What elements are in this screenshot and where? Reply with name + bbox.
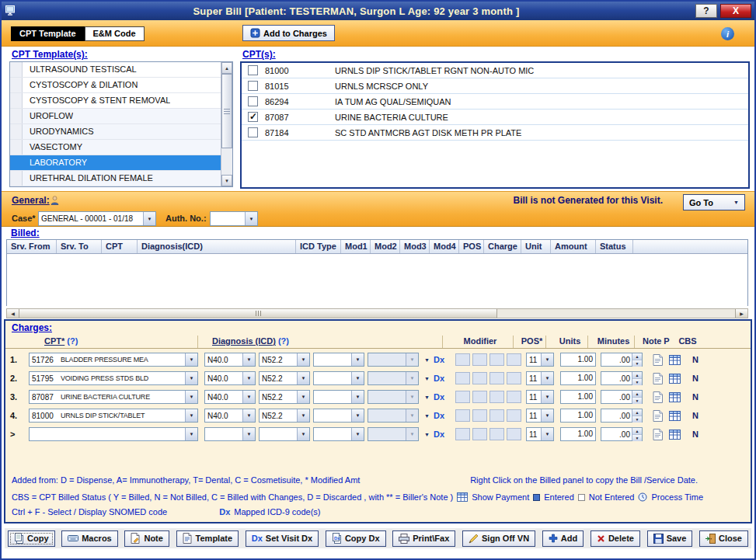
billed-col-cpt[interactable]: CPT	[102, 240, 138, 253]
dropdown-arrow-icon[interactable]: ▼	[297, 372, 309, 384]
info-icon[interactable]: i	[721, 27, 734, 40]
billed-col-amount[interactable]: Amount	[551, 240, 596, 253]
modifier-field-3[interactable]	[489, 353, 504, 366]
modifier-field-3[interactable]	[489, 391, 504, 403]
diagnosis-combo-2[interactable]: N52.2▼	[259, 353, 310, 367]
cpt-combo[interactable]: 51795 VOIDING PRESS STDS BLD ▼	[29, 371, 198, 385]
tab-cpt-template[interactable]: CPT Template	[11, 26, 85, 41]
button-print-fax[interactable]: Print\Fax	[392, 530, 455, 547]
scrollbar-track[interactable]	[497, 309, 735, 318]
modifier-field-3[interactable]	[489, 372, 504, 384]
units-field[interactable]: 1.00	[560, 427, 596, 441]
dropdown-arrow-icon[interactable]: ▼	[242, 428, 255, 440]
billed-col-mod3[interactable]: Mod3	[400, 240, 430, 253]
note-icon[interactable]	[650, 354, 664, 366]
cpt-combo[interactable]: ▼	[29, 427, 198, 441]
dropdown-arrow-icon[interactable]: ▼	[351, 353, 364, 366]
dropdown-arrow-icon[interactable]: ▼	[351, 372, 364, 384]
cpt-template-item[interactable]: CYSTOSCOPY & DILATION	[10, 78, 232, 93]
horizontal-scrollbar[interactable]: ◀ ▶	[6, 308, 748, 318]
modifier-field-4[interactable]	[507, 409, 521, 422]
modifier-field-2[interactable]	[472, 391, 487, 403]
tab-em-code[interactable]: E&M Code	[85, 26, 145, 41]
spin-down-icon[interactable]: ▼	[632, 398, 642, 404]
dropdown-arrow-icon[interactable]: ▼	[185, 391, 197, 403]
scroll-right-icon[interactable]: ▶	[735, 309, 747, 318]
diagnosis-combo-4[interactable]: ▼	[368, 390, 419, 404]
billed-col-unit[interactable]: Unit	[521, 240, 551, 253]
dx-link[interactable]: Dx	[434, 374, 451, 383]
modifier-field-4[interactable]	[507, 372, 521, 384]
cpt-item[interactable]: 81000URNLS DIP STICK/TABLET RGNT NON-AUT…	[242, 63, 748, 78]
button-delete[interactable]: Delete	[591, 530, 640, 547]
minutes-stepper[interactable]: .00 ▲▼	[601, 427, 643, 441]
payment-grid-icon[interactable]	[667, 374, 681, 384]
spin-up-icon[interactable]: ▲	[632, 428, 642, 435]
dropdown-arrow-icon[interactable]: ▼	[406, 353, 418, 366]
diagnosis-help-link[interactable]: (?)	[278, 336, 289, 346]
cpt-template-item[interactable]: UROFLOW	[10, 109, 232, 124]
modifier-field-1[interactable]	[455, 391, 470, 403]
dropdown-arrow-icon[interactable]: ▼	[297, 391, 309, 403]
spin-down-icon[interactable]: ▼	[632, 379, 642, 385]
cpt-item[interactable]: 86294IA TUM AG QUAL/SEMIQUAN	[242, 94, 748, 110]
dropdown-arrow-icon[interactable]: ▼	[242, 409, 255, 422]
button-close[interactable]: Close	[699, 530, 748, 547]
pos-combo[interactable]: 11▼	[526, 371, 554, 385]
cpt-combo[interactable]: 87087 URINE BACTERIA CULTURE ▼	[29, 390, 198, 404]
dropdown-arrow-icon[interactable]: ▼	[406, 409, 418, 422]
pos-combo[interactable]: 11▼	[526, 427, 554, 441]
button-sign-off-vn[interactable]: Sign Off VN	[462, 530, 535, 547]
billed-col-srv-to[interactable]: Srv. To	[57, 240, 102, 253]
cpt-template-item[interactable]: URETHRAL DILATION FEMALE	[10, 171, 232, 186]
button-copy-dx[interactable]: DxCopy Dx	[326, 530, 386, 547]
dropdown-arrow-icon[interactable]: ▼	[242, 372, 255, 384]
billed-col-status[interactable]: Status	[596, 240, 633, 253]
modifier-field-2[interactable]	[472, 353, 487, 366]
button-note[interactable]: Note	[124, 530, 169, 547]
dropdown-arrow-icon[interactable]: ▼	[185, 372, 197, 384]
cpt-template-item[interactable]: LABORATORY	[10, 155, 232, 171]
cpt-template-item[interactable]: URODYNAMICS	[10, 124, 232, 140]
billed-col-srv-from[interactable]: Srv. From	[7, 240, 57, 253]
diagnosis-combo-1[interactable]: N40.0▼	[204, 353, 256, 367]
button-macros[interactable]: Macros	[61, 530, 118, 547]
diagnosis-combo-1[interactable]: N40.0▼	[204, 371, 256, 385]
minutes-stepper[interactable]: .00 ▲▼	[601, 390, 643, 404]
payment-grid-icon[interactable]	[667, 355, 681, 365]
dropdown-arrow-icon[interactable]: ▼	[351, 391, 364, 403]
dropdown-arrow-icon[interactable]: ▼	[297, 353, 309, 366]
cpt-template-item[interactable]: CYSTOSCOPY & STENT REMOVAL	[10, 93, 232, 109]
minutes-stepper[interactable]: .00 ▲▼	[601, 353, 643, 367]
modifier-field-2[interactable]	[472, 428, 487, 440]
dropdown-arrow-icon[interactable]: ▼	[185, 428, 197, 440]
spin-down-icon[interactable]: ▼	[632, 416, 642, 423]
scroll-left-icon[interactable]: ◀	[7, 309, 19, 318]
modifier-field-2[interactable]	[472, 409, 487, 422]
dropdown-arrow-icon[interactable]: ▼	[297, 428, 309, 440]
dropdown-arrow-icon[interactable]: ▼	[242, 391, 255, 403]
spin-up-icon[interactable]: ▲	[632, 409, 642, 416]
pos-combo[interactable]: 11▼	[526, 390, 554, 404]
modifier-field-1[interactable]	[455, 409, 470, 422]
spin-down-icon[interactable]: ▼	[632, 360, 642, 367]
modifier-field-4[interactable]	[507, 353, 521, 366]
note-icon[interactable]	[650, 410, 664, 422]
diagnosis-more-arrow-icon[interactable]: ▼	[422, 413, 432, 419]
minutes-stepper[interactable]: .00 ▲▼	[601, 409, 643, 423]
modifier-field-2[interactable]	[472, 372, 487, 384]
cpt-combo[interactable]: 81000 URNLS DIP STICK/TABLET ▼	[29, 409, 198, 423]
diagnosis-more-arrow-icon[interactable]: ▼	[422, 357, 432, 363]
modifier-field-1[interactable]	[455, 428, 470, 440]
units-field[interactable]: 1.00	[560, 390, 596, 404]
cpt-combo[interactable]: 51726 BLADDER PRESSURE MEA ▼	[29, 353, 198, 367]
dropdown-arrow-icon[interactable]: ▼	[351, 428, 364, 440]
diagnosis-combo-2[interactable]: ▼	[259, 427, 310, 441]
dropdown-arrow-icon[interactable]: ▼	[541, 409, 553, 422]
pos-combo[interactable]: 11▼	[526, 353, 554, 367]
cpt-checkbox[interactable]	[248, 112, 258, 122]
dropdown-arrow-icon[interactable]: ▼	[406, 428, 418, 440]
dx-link[interactable]: Dx	[434, 355, 451, 364]
scrollbar-thumb[interactable]	[221, 74, 232, 148]
billed-col-diagnosis-icd[interactable]: Diagnosis(ICD)	[138, 240, 296, 253]
